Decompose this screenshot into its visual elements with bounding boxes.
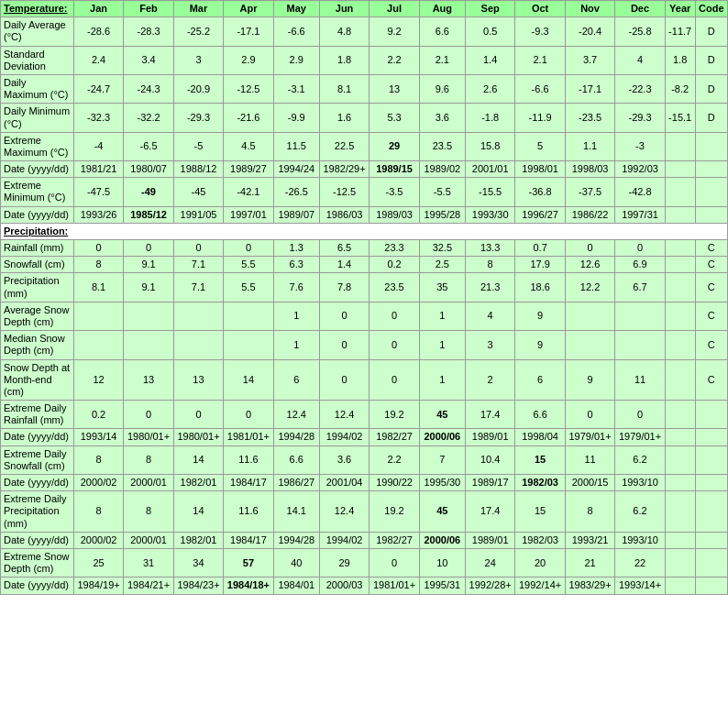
table-row: Extreme Minimum (°C)-47.5-49-45-42.1-26.… [1,178,728,206]
cell-value: 8 [124,446,173,474]
cell-value [224,302,273,330]
cell-value: -25.8 [615,17,665,46]
cell-value [173,331,223,359]
cell-value: 13 [370,74,419,103]
cell-value [565,302,614,330]
cell-value: 10 [419,548,465,577]
cell-value: 1983/29+ [565,578,614,594]
cell-value: 2.2 [370,446,419,474]
cell-value: 9 [565,359,614,401]
cell-value: 1 [419,302,465,330]
cell-value: 2000/06 [419,532,465,548]
cell-value: 29 [319,548,369,577]
cell-value [173,302,223,330]
cell-value: 1980/01+ [124,429,173,446]
cell-value: 6.6 [273,446,319,474]
cell-value: 0 [224,240,273,257]
cell-value: 1.8 [665,46,695,74]
cell-value: 14 [173,446,223,474]
cell-value: 1997/01 [224,206,273,223]
cell-value: 22 [615,548,665,577]
cell-value: 12.2 [565,273,614,302]
cell-value: 5.3 [370,104,419,132]
row-label: Standard Deviation [1,46,74,74]
cell-value [665,578,695,594]
cell-value: 0 [319,359,369,401]
cell-value: 0.2 [73,401,123,429]
cell-value [695,206,727,223]
cell-value [665,401,695,429]
table-row: Extreme Daily Precipitation (mm)881411.6… [1,491,728,533]
col-jan: Jan [73,1,123,17]
cell-value [665,132,695,160]
col-oct: Oct [515,1,565,17]
cell-value: 1998/01 [515,161,565,178]
cell-value: -17.1 [224,17,273,46]
cell-value [695,491,727,533]
cell-value: 1986/27 [273,475,319,491]
cell-value: 12.6 [565,257,614,273]
cell-value: 1982/01 [173,532,223,548]
cell-value: 4 [465,302,514,330]
col-jul: Jul [370,1,419,17]
cell-value: -24.7 [73,74,123,103]
cell-value: 4.5 [224,132,273,160]
cell-value: 1982/27 [370,532,419,548]
col-feb: Feb [124,1,173,17]
cell-value: 2000/02 [73,475,123,491]
cell-value: 12 [73,359,123,401]
cell-value: 1993/10 [615,475,665,491]
row-label: Extreme Maximum (°C) [1,132,74,160]
cell-value: 29 [370,132,419,160]
cell-value: 2000/01 [124,475,173,491]
cell-value: 1998/03 [565,161,614,178]
table-row: Date (yyyy/dd)1981/211980/071988/121989/… [1,161,728,178]
cell-value [695,178,727,206]
cell-value: -20.4 [565,17,614,46]
cell-value: D [695,104,727,132]
cell-value: 1993/30 [465,206,514,223]
cell-value: 11.6 [224,446,273,474]
cell-value [73,302,123,330]
cell-value: 0 [370,302,419,330]
cell-value: 1998/04 [515,429,565,446]
cell-value: 11 [615,359,665,401]
cell-value: 1993/21 [565,532,614,548]
cell-value: 0.7 [515,240,565,257]
cell-value: 1979/01+ [615,429,665,446]
cell-value: -15.5 [465,178,514,206]
cell-value: 1992/03 [615,161,665,178]
table-row: Extreme Maximum (°C)-4-6.5-54.511.522.52… [1,132,728,160]
cell-value: 0 [319,331,369,359]
cell-value: 1992/14+ [515,578,565,594]
cell-value: C [695,257,727,273]
cell-value: -29.3 [615,104,665,132]
cell-value [695,401,727,429]
cell-value: -6.6 [273,17,319,46]
cell-value: 8.1 [73,273,123,302]
cell-value: 23.3 [370,240,419,257]
cell-value: 1989/17 [465,475,514,491]
cell-value: -25.2 [173,17,223,46]
row-label: Extreme Minimum (°C) [1,178,74,206]
cell-value [615,331,665,359]
cell-value: 1.3 [273,240,319,257]
cell-value: 1985/12 [124,206,173,223]
cell-value: 0 [565,240,614,257]
cell-value [695,475,727,491]
cell-value: 8.1 [319,74,369,103]
cell-value [665,178,695,206]
cell-value: 2000/06 [419,429,465,446]
cell-value: 1.8 [319,46,369,74]
row-label: Extreme Daily Snowfall (cm) [1,446,74,474]
cell-value: 8 [124,491,173,533]
cell-value: 1 [273,302,319,330]
cell-value: 1 [419,359,465,401]
row-label: Rainfall (mm) [1,240,74,257]
cell-value: -11.7 [665,17,695,46]
cell-value: -42.1 [224,178,273,206]
cell-value: -8.2 [665,74,695,103]
cell-value: 2.4 [73,46,123,74]
row-label: Date (yyyy/dd) [1,161,74,178]
cell-value: -36.8 [515,178,565,206]
